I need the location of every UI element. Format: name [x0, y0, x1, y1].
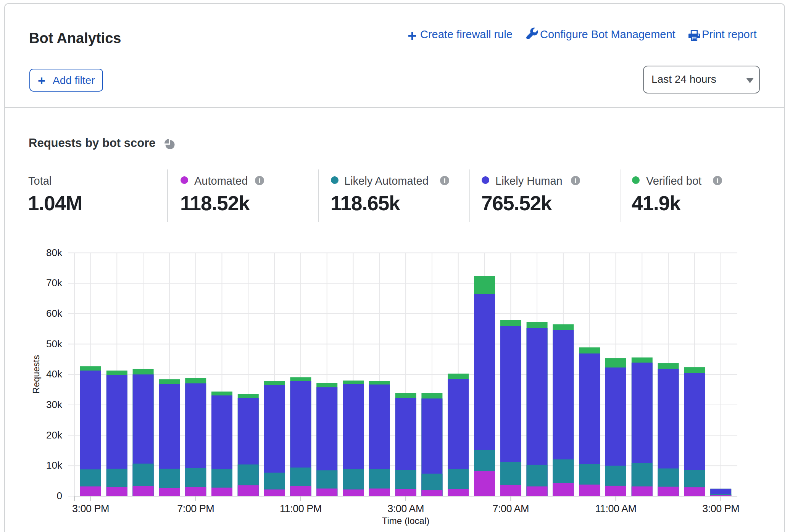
svg-text:7:00 AM: 7:00 AM — [493, 503, 529, 514]
svg-text:60k: 60k — [46, 308, 63, 319]
svg-text:10k: 10k — [46, 459, 63, 471]
svg-text:70k: 70k — [46, 277, 63, 289]
svg-text:11:00 PM: 11:00 PM — [280, 503, 322, 514]
svg-text:7:00 PM: 7:00 PM — [177, 503, 214, 514]
svg-text:3:00 AM: 3:00 AM — [387, 503, 424, 514]
svg-text:30k: 30k — [46, 399, 63, 410]
svg-text:3:00 PM: 3:00 PM — [72, 503, 109, 514]
svg-text:50k: 50k — [46, 338, 63, 350]
svg-text:0: 0 — [57, 490, 62, 501]
svg-text:20k: 20k — [46, 429, 63, 441]
svg-text:Requests: Requests — [31, 355, 41, 393]
svg-text:80k: 80k — [46, 247, 63, 258]
svg-text:11:00 AM: 11:00 AM — [595, 503, 636, 514]
svg-text:40k: 40k — [46, 368, 63, 380]
svg-text:Time (local): Time (local) — [382, 516, 429, 526]
svg-text:3:00 PM: 3:00 PM — [702, 503, 739, 514]
